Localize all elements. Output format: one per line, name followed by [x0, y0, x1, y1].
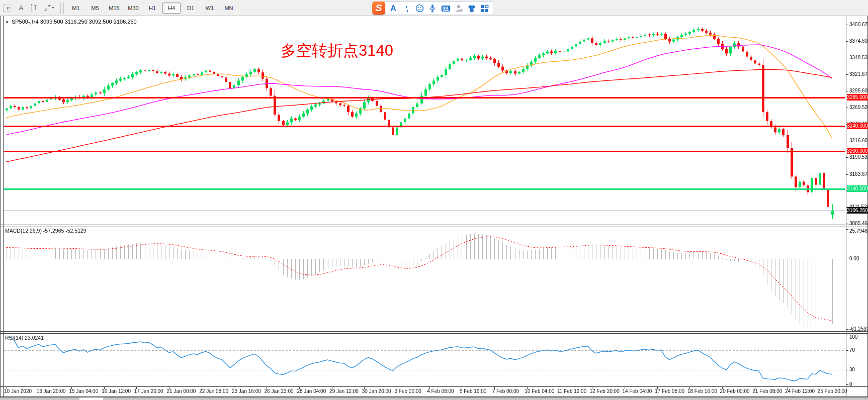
skin-tshirt-icon[interactable] [467, 4, 477, 14]
toolbox-grid-icon[interactable] [480, 4, 490, 14]
grid-f-icon[interactable]: F [1, 2, 14, 14]
timeframe-button-m1[interactable]: M1 [67, 3, 85, 14]
grid-f-glyph: F [3, 5, 11, 12]
keyboard-icon[interactable] [441, 4, 451, 14]
timeframe-button-w1[interactable]: W1 [201, 3, 219, 14]
dropdown-caret-icon: ▾ [52, 6, 54, 10]
toolbar-separator [60, 3, 64, 14]
text-label-icon[interactable]: A [15, 2, 28, 14]
symbol-header[interactable]: ▼SP500-,H4 3099.500 3116.250 3092.500 31… [5, 19, 137, 25]
timeframe-button-m15[interactable]: M15 [105, 3, 123, 14]
macd-label: MACD(12,26,9) -57.2965 -52.5129 [5, 228, 86, 234]
text-box-icon[interactable]: T [29, 2, 42, 14]
symbol-dropdown-icon[interactable]: ▼ [5, 20, 9, 25]
timeframe-button-m5[interactable]: M5 [86, 3, 104, 14]
text-label-glyph: A [19, 4, 24, 12]
timeframe-button-d1[interactable]: D1 [182, 3, 200, 14]
account-icon[interactable] [454, 4, 464, 14]
timeframe-bar: M1M5M15M30H1H4D1W1MN [67, 3, 238, 14]
emoji-icon[interactable] [414, 4, 424, 14]
diagonal-arrows-icon [44, 5, 51, 11]
rsi-label: RSI(14) 23.0241 [5, 335, 44, 341]
chart-annotation: 多空转折点3140 [281, 40, 393, 61]
timeframe-button-h4[interactable]: H4 [162, 3, 181, 14]
timeframe-button-m30[interactable]: M30 [124, 3, 142, 14]
language-mode-icon[interactable]: A [388, 4, 398, 14]
sogou-logo-icon[interactable]: S [372, 2, 385, 15]
ime-toolbar: S A ’, [371, 2, 493, 15]
symbol-ohlc-text: SP500-,H4 3099.500 3116.250 3092.500 310… [12, 19, 137, 25]
arrow-tools-icon[interactable]: ▾ [43, 2, 56, 14]
chart-canvas[interactable] [0, 0, 868, 400]
punctuation-icon[interactable]: ’, [401, 4, 411, 14]
taskbar-strip [0, 397, 868, 400]
timeframe-button-h1[interactable]: H1 [143, 3, 161, 14]
text-box-glyph: T [31, 4, 39, 12]
trading-terminal: F A T ▾ M1M5M15M30H1H4D1W1MN S A ’, [0, 0, 868, 400]
microphone-icon[interactable] [427, 4, 438, 14]
timeframe-button-mn[interactable]: MN [220, 3, 238, 14]
taskbar-gap [79, 397, 103, 400]
